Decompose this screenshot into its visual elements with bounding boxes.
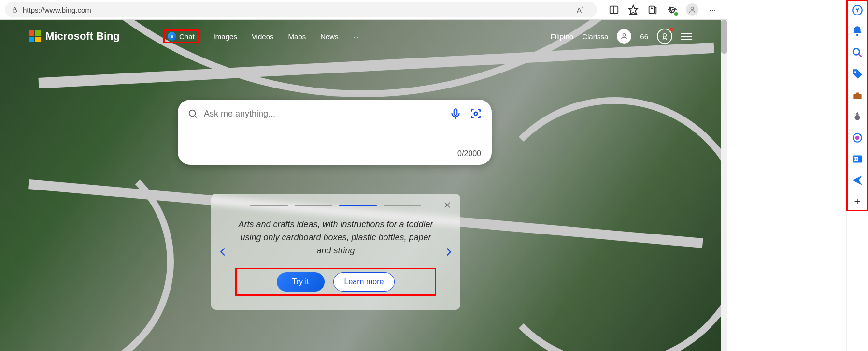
tip-text: Arts and crafts ideas, with instructions… <box>235 218 436 257</box>
page-scrollbar[interactable] <box>721 20 727 351</box>
browser-more-icon[interactable]: ··· <box>707 4 718 15</box>
tip-dot[interactable] <box>295 205 332 206</box>
brand-title: Microsoft Bing <box>45 30 120 43</box>
nav-images[interactable]: Images <box>213 32 237 41</box>
bing-homepage: Microsoft Bing ≡ Chat Images Videos Maps… <box>0 20 727 351</box>
primary-nav: ≡ Chat Images Videos Maps News ··· <box>163 29 359 43</box>
svg-rect-14 <box>454 109 457 115</box>
try-it-button[interactable]: Try it <box>277 272 325 292</box>
svg-point-23 <box>854 71 856 73</box>
edge-sidebar: O + <box>846 0 868 351</box>
collections-icon[interactable] <box>647 4 658 15</box>
chevron-left-icon[interactable] <box>218 247 228 257</box>
microsoft-logo-icon <box>29 30 41 42</box>
learn-more-button[interactable]: Learn more <box>333 272 395 292</box>
close-icon[interactable] <box>443 201 452 209</box>
svg-point-9 <box>691 7 693 10</box>
svg-point-11 <box>663 34 667 37</box>
svg-point-16 <box>474 112 478 116</box>
tip-pagination <box>235 205 436 206</box>
rewards-medal-icon[interactable] <box>657 29 672 44</box>
tip-dot[interactable] <box>250 205 288 206</box>
svg-point-21 <box>853 48 859 55</box>
bing-chat-icon[interactable] <box>851 4 864 16</box>
language-label[interactable]: Filipino <box>551 32 574 41</box>
search-sidebar-icon[interactable] <box>851 46 864 59</box>
send-icon[interactable] <box>851 174 864 187</box>
split-screen-icon[interactable] <box>609 4 619 15</box>
bing-header: Microsoft Bing ≡ Chat Images Videos Maps… <box>0 25 721 48</box>
search-icon <box>187 108 198 119</box>
char-count: 0/2000 <box>457 149 481 158</box>
svg-point-20 <box>856 34 858 36</box>
header-right: Filipino Clarissa 66 <box>551 29 692 44</box>
nav-maps[interactable]: Maps <box>288 32 306 41</box>
tip-dot[interactable] <box>384 205 421 206</box>
rewards-points[interactable]: 66 <box>640 32 648 41</box>
user-avatar-icon[interactable] <box>617 29 631 44</box>
bell-icon[interactable] <box>851 25 864 38</box>
tip-dot-active[interactable] <box>339 205 377 206</box>
tip-buttons: Try it Learn more <box>235 268 436 296</box>
nav-videos[interactable]: Videos <box>252 32 274 41</box>
svg-text:O: O <box>854 157 857 161</box>
image-search-icon[interactable] <box>470 107 482 120</box>
search-box: 0/2000 <box>178 100 492 165</box>
microphone-icon[interactable] <box>449 107 462 120</box>
browser-toolbar-icons: ··· <box>604 3 723 16</box>
svg-rect-6 <box>649 6 655 14</box>
url-text: https://www.bing.com <box>23 6 91 14</box>
svg-line-13 <box>195 116 197 118</box>
chat-bubble-icon: ≡ <box>168 32 176 41</box>
svg-point-27 <box>855 136 860 140</box>
shopping-tag-icon[interactable] <box>851 68 864 80</box>
search-input[interactable] <box>204 109 443 119</box>
favorites-icon[interactable] <box>628 4 639 15</box>
svg-point-10 <box>623 34 626 36</box>
nav-chat[interactable]: ≡ Chat <box>163 29 199 43</box>
performance-icon[interactable] <box>667 4 677 15</box>
site-lock-icon <box>12 6 18 14</box>
chevron-right-icon[interactable] <box>443 247 454 257</box>
office-icon[interactable] <box>851 132 864 144</box>
tools-icon[interactable] <box>851 89 864 102</box>
svg-point-25 <box>855 115 860 120</box>
url-field[interactable]: https://www.bing.com A⁾⁾ <box>5 2 597 17</box>
nav-news[interactable]: News <box>320 32 339 41</box>
svg-rect-24 <box>853 94 861 99</box>
read-aloud-icon[interactable]: A⁾⁾ <box>577 6 583 14</box>
browser-profile-icon[interactable] <box>686 3 698 16</box>
svg-marker-4 <box>629 5 638 14</box>
nav-chat-label: Chat <box>179 32 195 41</box>
svg-point-12 <box>189 110 196 117</box>
nav-more-icon[interactable]: ··· <box>353 32 359 41</box>
browser-address-bar: https://www.bing.com A⁾⁾ ··· <box>0 0 727 20</box>
outlook-icon[interactable]: O <box>851 153 864 165</box>
games-icon[interactable] <box>851 110 864 123</box>
svg-line-22 <box>859 54 862 57</box>
add-icon[interactable]: + <box>851 195 864 208</box>
user-name[interactable]: Clarissa <box>582 32 608 41</box>
hamburger-menu-icon[interactable] <box>681 33 692 40</box>
svg-rect-0 <box>13 9 17 12</box>
tip-card: Arts and crafts ideas, with instructions… <box>211 194 460 310</box>
